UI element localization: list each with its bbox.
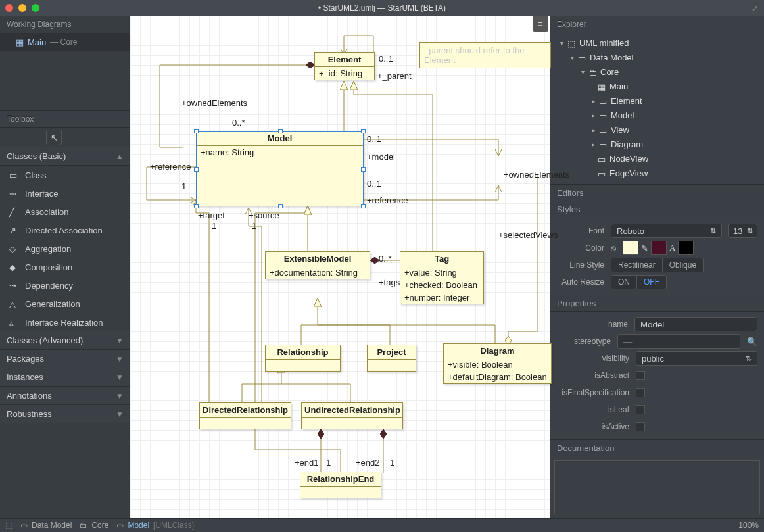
status-project-icon[interactable]: ⬚: [5, 521, 12, 530]
auto-resize-on[interactable]: ON: [611, 276, 636, 289]
class-icon: ▭: [598, 169, 607, 177]
line-style-oblique[interactable]: Oblique: [662, 258, 703, 272]
eyedropper-icon[interactable]: ⎋: [611, 243, 616, 253]
package-icon: ⬚: [567, 39, 577, 47]
tree-item-edgeview[interactable]: ▭EdgeView: [550, 166, 764, 180]
font-select[interactable]: Roboto⇅: [611, 224, 722, 238]
toolbox-cat-advanced[interactable]: Classes (Advanced)▼: [0, 331, 130, 350]
toolbox-cat-annotations[interactable]: Annotations▼: [0, 387, 130, 405]
tree-item-main[interactable]: ▦Main: [550, 79, 764, 93]
status-model[interactable]: ▭Model[UMLClass]: [116, 521, 194, 530]
uml-class-relationshipend[interactable]: RelationshipEnd: [300, 472, 381, 498]
uml-class-tag[interactable]: Tag +value: String +checked: Boolean +nu…: [400, 251, 484, 304]
left-sidebar: Working Diagrams ▦ Main — Core Toolbox ↖…: [0, 16, 130, 518]
uml-class-diagram[interactable]: Diagram +visible: Boolean +defaultDiagra…: [443, 343, 552, 384]
tree-core[interactable]: ▾🗀Core: [550, 64, 764, 79]
package-icon: 🗀: [80, 521, 87, 530]
status-data-model[interactable]: ▭Data Model: [20, 521, 72, 530]
fill-color-swatch[interactable]: [623, 241, 638, 255]
label-end2: +end2: [356, 458, 380, 468]
diagram-canvas[interactable]: Element +_id: String Model +name: String…: [130, 16, 550, 518]
label-ownedElements: +ownedElements: [181, 98, 247, 108]
tool-composition[interactable]: ◆Composition: [0, 258, 130, 276]
uml-class-relationship[interactable]: Relationship: [265, 345, 341, 372]
uml-class-model[interactable]: Model +name: String: [196, 131, 364, 206]
tool-dependency[interactable]: ⤳Dependency: [0, 276, 130, 295]
uml-class-directedrelationship[interactable]: DirectedRelationship: [199, 402, 291, 429]
tool-association[interactable]: ╱Association: [0, 203, 130, 221]
uml-class-element[interactable]: Element +_id: String: [314, 52, 375, 80]
model-icon: ▭: [578, 53, 587, 61]
class-icon: ▭: [599, 111, 608, 119]
label-source1: 1: [252, 221, 256, 231]
prop-isleaf-checkbox[interactable]: [636, 405, 645, 414]
zoom-level[interactable]: 100%: [738, 521, 759, 530]
uml-class-extensiblemodel[interactable]: ExtensibleModel +documentation: String: [265, 251, 370, 279]
chevron-down-icon: ▼: [116, 354, 124, 364]
prop-name-input[interactable]: [634, 317, 757, 331]
label-one: 1: [181, 181, 186, 191]
panel-grabber-icon[interactable]: ≡: [533, 16, 548, 32]
chevron-down-icon: ▼: [116, 391, 124, 400]
line-style-rectilinear[interactable]: Rectilinear: [611, 258, 662, 272]
toolbox-cat-instances[interactable]: Instances▼: [0, 368, 130, 387]
tool-class[interactable]: ▭Class: [0, 166, 130, 184]
status-core[interactable]: 🗀Core: [80, 521, 108, 530]
label-reference2: +reference: [367, 195, 408, 205]
tool-aggregation[interactable]: ◇Aggregation: [0, 239, 130, 258]
text-icon[interactable]: A: [669, 243, 675, 253]
tree-item-diagram[interactable]: ▸▭Diagram: [550, 137, 764, 151]
chevron-down-icon: ▼: [116, 336, 124, 345]
auto-resize-off[interactable]: OFF: [636, 276, 666, 289]
toolbox-cat-packages[interactable]: Packages▼: [0, 350, 130, 368]
prop-isfinal-checkbox[interactable]: [636, 388, 645, 397]
class-icon: ▭: [599, 126, 608, 133]
toolbox-cat-robustness[interactable]: Robustness▼: [0, 405, 130, 423]
text-color-swatch[interactable]: [678, 241, 694, 255]
working-diagrams-header: Working Diagrams: [0, 16, 130, 33]
open-diagram-main[interactable]: ▦ Main — Core: [0, 33, 130, 51]
prop-isabstract-checkbox[interactable]: [636, 371, 645, 380]
chevron-down-icon: ▼: [116, 373, 124, 382]
tree-data-model[interactable]: ▾▭Data Model: [550, 50, 764, 64]
fullscreen-icon[interactable]: ⤢: [752, 3, 759, 13]
uml-class-project[interactable]: Project: [367, 345, 416, 372]
toolbox-cat-basic[interactable]: Classes (Basic)▲: [0, 147, 130, 166]
uml-note[interactable]: _parent should refer to the Element: [419, 42, 551, 68]
color-label: Color: [557, 243, 604, 253]
diagram-icon: ▦: [598, 82, 607, 90]
class-icon: ▭: [116, 521, 124, 530]
status-bar: ⬚ ▭Data Model 🗀Core ▭Model[UMLClass] 100…: [0, 518, 764, 532]
tool-directed-association[interactable]: ↗Directed Association: [0, 221, 130, 239]
tool-generalization[interactable]: △Generalization: [0, 295, 130, 313]
documentation-textarea[interactable]: [554, 460, 760, 514]
window-title: • StarUML2.umlj — StarUML (BETA): [0, 3, 764, 12]
prop-isactive-checkbox[interactable]: [636, 422, 645, 431]
model-icon: ▭: [20, 521, 28, 530]
font-size-select[interactable]: 13⇅: [728, 224, 757, 238]
tree-item-view[interactable]: ▸▭View: [550, 122, 764, 137]
properties-header: Properties: [550, 295, 764, 312]
search-icon[interactable]: 🔍: [747, 337, 757, 347]
titlebar: • StarUML2.umlj — StarUML (BETA) ⤢: [0, 0, 764, 16]
line-color-swatch[interactable]: [651, 241, 667, 255]
package-icon: 🗀: [588, 68, 598, 76]
tree-root[interactable]: ▾⬚UML minified: [550, 36, 764, 50]
tool-interface-realization[interactable]: ▵Interface Realization: [0, 313, 130, 331]
tree-item-nodeview[interactable]: ▭NodeView: [550, 151, 764, 166]
label-mult01b: 0..1: [367, 134, 381, 144]
label-tags: +tags: [379, 278, 400, 287]
prop-stereotype-input[interactable]: [617, 334, 740, 349]
pointer-tool[interactable]: ↖: [46, 130, 62, 145]
tree-item-model[interactable]: ▸▭Model: [550, 108, 764, 122]
generalization-icon: △: [9, 299, 18, 308]
tool-interface[interactable]: ⊸Interface: [0, 184, 130, 203]
uml-class-undirectedrelationship[interactable]: UndirectedRelationship: [301, 402, 403, 429]
prop-name-label: name: [557, 320, 628, 329]
class-icon: ▭: [599, 140, 608, 148]
association-icon: ╱: [9, 207, 18, 216]
pencil-icon[interactable]: ✎: [641, 243, 648, 253]
label-end1n: 1: [326, 458, 331, 468]
prop-visibility-select[interactable]: public⇅: [636, 351, 757, 366]
tree-item-element[interactable]: ▸▭Element: [550, 93, 764, 108]
